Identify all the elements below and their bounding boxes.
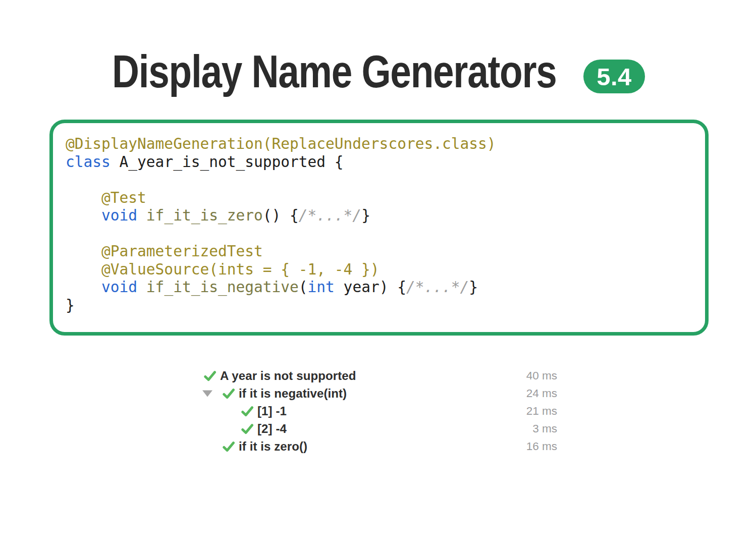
test-duration: 24 ms: [526, 387, 557, 400]
test-duration: 21 ms: [526, 405, 557, 418]
test-tree-row[interactable]: A year is not supported40 ms: [202, 367, 557, 384]
code-token-annotation: @DisplayNameGeneration(ReplaceUnderscore…: [66, 135, 496, 152]
code-token-annotation: @Test: [101, 189, 146, 206]
code-token-keyword: void: [101, 279, 137, 296]
code-token-plain: [66, 189, 101, 206]
version-badge-label: 5.4: [597, 63, 632, 91]
code-token-plain: }: [66, 297, 75, 314]
code-token-plain: [66, 261, 101, 278]
code-token-keyword: int: [308, 279, 335, 296]
code-token-plain: }: [469, 279, 478, 296]
code-block: @DisplayNameGeneration(ReplaceUnderscore…: [66, 135, 692, 314]
code-line: void if_it_is_zero() {/*...*/}: [66, 207, 692, 225]
code-token-plain: [66, 207, 101, 224]
test-results-tree: A year is not supported40 msif it is neg…: [202, 367, 557, 455]
test-duration: 16 ms: [526, 440, 557, 453]
collapse-triangle-icon[interactable]: [202, 390, 212, 397]
test-duration: 3 ms: [532, 422, 557, 435]
code-token-keyword: void: [101, 207, 137, 224]
code-line: void if_it_is_negative(int year) {/*...*…: [66, 279, 692, 297]
code-line: @ParameterizedTest: [66, 243, 692, 261]
code-token-annotation: @ValueSource(ints = { -1, -4 }): [101, 261, 380, 278]
code-token-plain: [66, 243, 101, 260]
test-duration: 40 ms: [526, 369, 557, 382]
test-tree-row[interactable]: [2] -43 ms: [202, 420, 557, 437]
test-tree-row[interactable]: if it is zero()16 ms: [202, 437, 557, 455]
code-token-plain: () {: [263, 207, 299, 224]
test-tree-row[interactable]: [1] -121 ms: [202, 402, 557, 420]
code-token-plain: [137, 279, 146, 296]
code-token-plain: (: [299, 279, 308, 296]
code-token-method: if_it_is_negative: [146, 279, 299, 296]
code-token-comment: /*...*/: [299, 207, 361, 224]
code-token-keyword: class: [66, 153, 111, 171]
test-passed-check-icon: [241, 422, 254, 435]
code-token-plain: [137, 207, 146, 224]
code-line: }: [66, 297, 692, 315]
code-line: [66, 171, 692, 189]
code-token-method: if_it_is_zero: [146, 207, 263, 224]
test-passed-check-icon: [203, 369, 217, 382]
test-label: if it is zero(): [239, 439, 307, 454]
code-line: @ValueSource(ints = { -1, -4 }): [66, 261, 692, 279]
code-line: @DisplayNameGeneration(ReplaceUnderscore…: [66, 135, 692, 153]
test-label: if it is negative(int): [239, 387, 347, 401]
code-token-comment: /*...*/: [406, 279, 469, 296]
test-label: A year is not supported: [220, 369, 356, 383]
code-token-plain: year) {: [335, 279, 406, 296]
version-badge: 5.4: [583, 60, 645, 93]
code-line: [66, 225, 692, 243]
code-token-annotation: @ParameterizedTest: [101, 243, 263, 260]
page-title-text: Display Name Generators: [112, 49, 557, 94]
test-label: [2] -4: [257, 422, 287, 436]
code-panel: @DisplayNameGeneration(ReplaceUnderscore…: [49, 120, 709, 336]
code-line: @Test: [66, 189, 692, 207]
code-line: class A_year_is_not_supported {: [66, 153, 692, 172]
test-label: [1] -1: [257, 404, 287, 418]
code-token-plain: [66, 279, 101, 296]
test-tree-row[interactable]: if it is negative(int)24 ms: [202, 384, 557, 402]
code-token-plain: A_year_is_not_supported {: [111, 153, 344, 171]
page-title: Display Name Generators: [112, 49, 647, 94]
slide: Display Name Generators 5.4 @DisplayName…: [0, 0, 756, 551]
test-passed-check-icon: [222, 440, 235, 453]
code-token-plain: }: [361, 207, 370, 224]
test-passed-check-icon: [222, 387, 235, 400]
test-passed-check-icon: [241, 405, 254, 418]
